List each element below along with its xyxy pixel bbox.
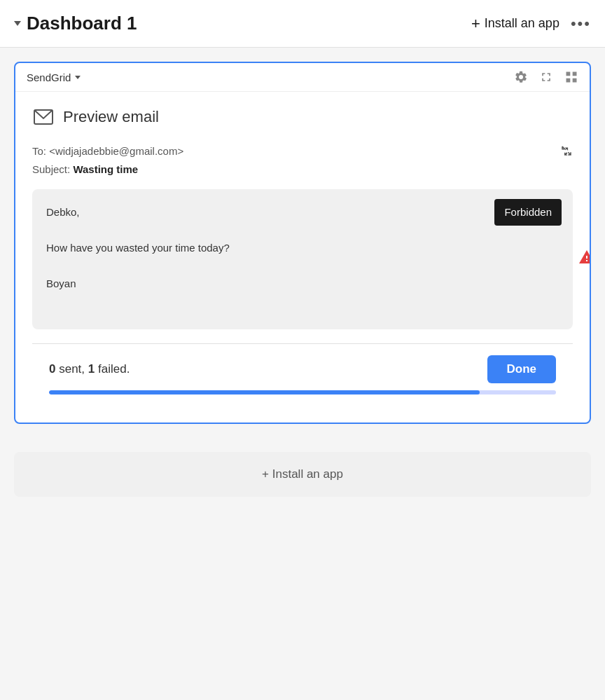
failed-count: 1 (88, 362, 95, 376)
done-button[interactable]: Done (487, 355, 557, 383)
widget-name[interactable]: SendGrid (27, 71, 81, 83)
sendgrid-label: SendGrid (27, 71, 71, 83)
email-body-area: Debko, How have you wasted your time tod… (32, 189, 573, 329)
widget-name-chevron-icon (75, 76, 81, 79)
email-subject-line: Subject: Wasting time (32, 160, 573, 179)
more-button[interactable]: ••• (571, 15, 591, 33)
stats-text: 0 sent, 1 failed. (49, 362, 130, 376)
install-app-bottom: + Install an app (14, 452, 591, 497)
email-signature: Boyan (46, 275, 559, 293)
header-right: + Install an app ••• (471, 15, 591, 33)
sent-label: sent, (59, 362, 88, 376)
install-app-bottom-label: + Install an app (262, 467, 343, 481)
grid-icon[interactable] (564, 70, 578, 84)
email-body-wrapper: Debko, How have you wasted your time tod… (32, 189, 573, 329)
install-app-label: Install an app (485, 16, 559, 31)
preview-email-title: Preview email (63, 108, 159, 126)
widget-area: SendGrid (0, 48, 605, 452)
preview-email-header: Preview email (32, 106, 573, 128)
widget-body: Preview email To: <widjajadebbie@gmail.c… (15, 92, 590, 423)
sendgrid-widget: SendGrid (14, 62, 591, 424)
expand-icon[interactable] (560, 142, 573, 164)
email-icon (32, 106, 55, 128)
install-app-button[interactable]: + Install an app (471, 15, 559, 33)
email-greeting: Debko, (46, 203, 559, 221)
widget-toolbar: SendGrid (15, 63, 590, 92)
email-body-line1: How have you wasted your time today? (46, 239, 559, 257)
top-header: Dashboard 1 + Install an app ••• (0, 0, 605, 48)
sent-count: 0 (49, 362, 55, 376)
gear-icon[interactable] (514, 70, 528, 84)
plus-icon: + (471, 15, 480, 33)
forbidden-badge: Forbidden (494, 199, 562, 226)
failed-label: failed. (98, 362, 130, 376)
fullscreen-icon[interactable] (539, 70, 553, 84)
widget-footer: 0 sent, 1 failed. Done (32, 343, 573, 409)
footer-stats: 0 sent, 1 failed. Done (49, 355, 556, 383)
widget-toolbar-actions (514, 70, 578, 84)
more-icon: ••• (571, 15, 591, 33)
email-to: To: <widjajadebbie@gmail.com> (32, 142, 573, 160)
dashboard-title: Dashboard 1 (27, 13, 137, 34)
install-app-bottom-button[interactable]: + Install an app (29, 467, 576, 481)
warning-icon (578, 249, 591, 270)
subject-label: Subject: (32, 163, 70, 175)
email-meta: To: <widjajadebbie@gmail.com> Subject: W… (32, 142, 573, 178)
progress-bar-background (49, 390, 556, 394)
progress-bar-fill (49, 390, 480, 394)
subject-value: Wasting time (73, 163, 138, 175)
header-left: Dashboard 1 (14, 13, 137, 34)
chevron-down-icon[interactable] (14, 21, 21, 26)
